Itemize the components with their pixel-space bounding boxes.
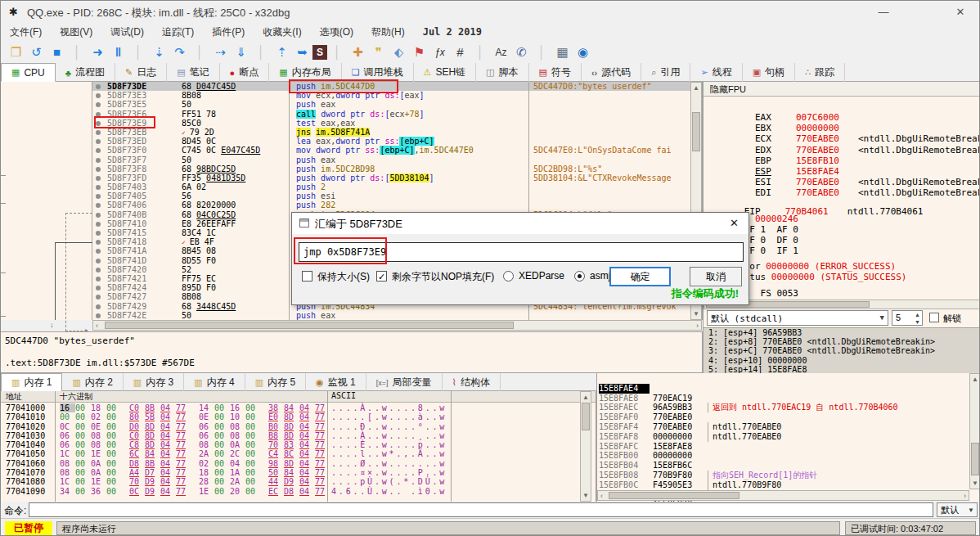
dump-byte[interactable]: 1E <box>91 449 106 458</box>
dump-row[interactable]: 77041050 1C001E006C8404772A002C00C48C047… <box>1 449 596 458</box>
instruction[interactable]: jns im.5D8F741A <box>289 128 528 137</box>
command-input[interactable] <box>29 502 933 517</box>
unlock-checkbox[interactable] <box>929 313 939 322</box>
dump-byte[interactable]: 00 <box>245 468 261 477</box>
dump-byte[interactable]: 04 <box>299 487 315 496</box>
address[interactable]: 5D8F73F8 <box>106 164 176 173</box>
register-row[interactable]: ECX770EABE0<ntdll.DbgUiRemoteBreakin> <box>712 123 980 133</box>
dump-byte[interactable]: 00 <box>245 459 261 468</box>
view-tab[interactable]: ▣ 句柄 <box>743 63 795 82</box>
address[interactable]: 5D8F7421 <box>106 274 176 283</box>
dump-byte[interactable]: 04 <box>160 440 176 449</box>
dump-bytes[interactable]: 340036000CD904771E002000ECD80477 <box>60 487 330 496</box>
toolbar-icon[interactable]: S <box>312 45 327 60</box>
address[interactable]: 5D8F73F7 <box>106 155 176 164</box>
dialog-close-icon[interactable]: ✕ <box>730 217 739 229</box>
stack-row[interactable]: 15E8FB08 F45905E3 <box>597 461 969 471</box>
dump-byte[interactable]: 00 <box>106 449 122 458</box>
stack-row[interactable]: 15E8FAF8 15E8FAE8 <box>597 422 969 432</box>
dump-byte[interactable]: 14 <box>199 403 214 412</box>
dump-byte[interactable]: 02 <box>91 412 106 421</box>
dump-row[interactable]: 77041030 06000800C08D047706000800B88D047… <box>1 431 596 440</box>
dump-byte[interactable]: 5B <box>145 412 160 421</box>
stack-pane[interactable]: 15E8FAE4 770EAC19 返回到 ntdll.770EAC19 自 n… <box>596 373 980 502</box>
stack-row[interactable]: 15E8FB04 770B9F80 ntdll.770B9F80 <box>597 451 969 461</box>
dump-byte[interactable]: 2A <box>230 477 245 486</box>
dump-byte[interactable]: 20 <box>230 487 245 496</box>
breakpoint-dot[interactable] <box>92 91 104 100</box>
address[interactable]: 5D8F73E5 <box>106 100 176 109</box>
dump-byte[interactable]: 77 <box>176 403 191 412</box>
register-row[interactable]: EBX00000000 <box>712 112 980 123</box>
dump-byte[interactable]: 00 <box>75 422 91 431</box>
bottom-tab[interactable]: ▥ 内存 3 <box>124 373 184 392</box>
scroll-thumb[interactable] <box>971 443 979 475</box>
toolbar-icon[interactable]: │ <box>128 43 149 61</box>
address[interactable]: 5D8F741A <box>106 246 176 255</box>
scroll-right-icon[interactable]: › <box>696 321 699 331</box>
dump-byte[interactable]: 06 <box>199 422 214 431</box>
dump-byte[interactable]: 77 <box>176 412 191 421</box>
dump-byte[interactable]: 00 <box>75 431 91 440</box>
dump-byte[interactable]: 06 <box>199 431 214 440</box>
toolbar-icon[interactable]: │ <box>532 43 552 61</box>
view-tab[interactable]: ● 断点 <box>220 63 270 82</box>
dump-byte[interactable]: 77 <box>315 440 330 449</box>
address[interactable]: 5D8F73E3 <box>106 91 176 100</box>
disassembly-row[interactable]: 5D8F73FD FF35 0481D35D push dword ptr ds… <box>92 173 690 182</box>
scroll-up-icon[interactable]: ▲ <box>691 84 701 92</box>
dump-byte[interactable]: 00 <box>245 440 261 449</box>
stack-row[interactable]: 15E8FAE8 96A59BB3 <box>597 384 969 394</box>
dump-byte[interactable]: 00 <box>214 422 230 431</box>
dump-byte[interactable]: D9 <box>284 477 299 486</box>
view-tab[interactable]: ▦ CPU <box>1 63 56 82</box>
dump-byte[interactable]: 77 <box>315 403 330 412</box>
dump-address[interactable]: 77041070 <box>6 468 45 477</box>
dump-byte[interactable]: 0E <box>199 412 214 421</box>
dump-byte[interactable]: 04 <box>299 468 315 477</box>
dump-byte[interactable]: 18 <box>199 468 214 477</box>
comment[interactable] <box>528 311 690 320</box>
bottom-tab[interactable]: ◉ 监视 1 <box>306 373 366 392</box>
dump-byte[interactable]: 16 <box>230 403 245 412</box>
address[interactable]: 5D8F7410 <box>106 219 176 228</box>
dump-byte[interactable]: 8D <box>145 422 160 431</box>
dump-row[interactable]: 77041000 16001800C08B0477140016003884047… <box>1 403 596 412</box>
disassembly-row[interactable]: 5D8F73F7 50 push eax <box>92 155 690 164</box>
dump-byte[interactable]: 8D <box>145 431 160 440</box>
dump-byte[interactable]: 84 <box>284 468 299 477</box>
dump-byte[interactable]: 00 <box>245 477 261 486</box>
dump-byte[interactable]: 77 <box>315 459 330 468</box>
minimize-button[interactable]: — <box>871 4 896 20</box>
breakpoint-dot[interactable] <box>92 82 104 91</box>
menu-item[interactable]: 文件(F) <box>1 24 51 41</box>
dump-byte[interactable]: 70 <box>268 440 284 449</box>
instruction[interactable]: push 282 <box>289 200 528 209</box>
disassembly-row[interactable]: 5D8F73E9 85C0 test eax,eax <box>92 119 690 128</box>
memory-dump-pane[interactable]: 地址 十六进制 ASCII 77041000 16001800C08B04771… <box>1 391 596 502</box>
dump-byte[interactable]: 0A <box>91 468 106 477</box>
dump-byte[interactable]: 04 <box>230 459 245 468</box>
address[interactable]: 5D8F73ED <box>106 137 176 146</box>
dump-byte[interactable]: D0 <box>129 422 145 431</box>
dump-bytes[interactable]: 1C001E006C8404772A002C00C48C0477 <box>60 449 330 458</box>
dump-byte[interactable]: 00 <box>245 487 261 496</box>
dump-address[interactable]: 77041020 <box>6 422 45 431</box>
comment[interactable] <box>528 182 690 191</box>
dump-ascii[interactable]: ....¤×.w....P..w <box>331 468 447 477</box>
toolbar-icon[interactable]: ⇣ <box>149 43 169 61</box>
dump-ascii[interactable]: .....[.w....à..w <box>331 412 447 421</box>
dump-byte[interactable]: 77 <box>315 431 330 440</box>
register-row[interactable]: EDI770EABE0<ntdll.DbgUiRemoteBreakin> <box>712 177 980 187</box>
stack-row[interactable]: 15E8FB00 15E8FB6C 指向SEH_Record[1]的指针 <box>597 442 969 452</box>
breakpoint-dot[interactable] <box>92 164 104 173</box>
dump-byte[interactable]: 00 <box>106 487 122 496</box>
argument-row[interactable]: 4: [esp+10] 00000000 <box>704 356 980 365</box>
toolbar-icon[interactable]: Aᴢ <box>491 43 511 61</box>
address[interactable]: 5D8F7420 <box>106 265 176 274</box>
breakpoint-dot[interactable] <box>92 100 104 109</box>
argument-row[interactable]: 2: [esp+8] 770EABE0 <ntdll.DbgUiRemoteBr… <box>704 337 980 346</box>
dump-byte[interactable]: A4 <box>129 468 145 477</box>
asmjit-radio[interactable] <box>574 271 585 282</box>
dump-ascii[interactable]: 4.6..Ù.w.. .ì0.w <box>331 487 447 496</box>
